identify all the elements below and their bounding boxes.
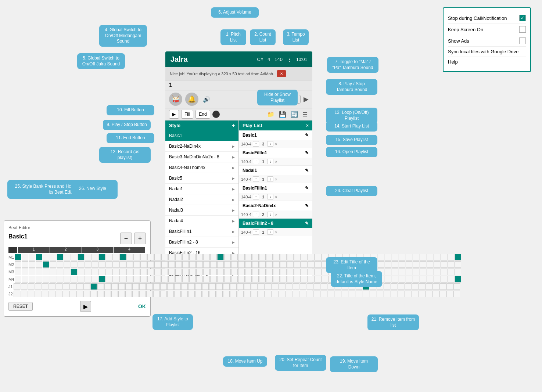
beat-cell[interactable]: [335, 291, 341, 297]
beat-cell[interactable]: [413, 269, 419, 275]
beat-cell[interactable]: [294, 269, 301, 275]
beat-cell[interactable]: [15, 261, 21, 268]
beat-cell[interactable]: [153, 283, 160, 290]
beat-cell[interactable]: [273, 261, 280, 268]
beat-cell[interactable]: [244, 291, 251, 297]
beat-cell[interactable]: [118, 291, 125, 297]
beat-cell[interactable]: [441, 276, 447, 283]
beat-plus-button[interactable]: +: [134, 233, 146, 244]
playlist-item-6-edit[interactable]: ✎: [305, 221, 309, 226]
option-screen-on[interactable]: Keep Screen On: [448, 24, 526, 35]
beat-cell[interactable]: [69, 283, 76, 290]
playlist-item-5-up[interactable]: ↑: [253, 212, 259, 217]
beat-cell[interactable]: [112, 276, 119, 283]
beat-cell[interactable]: [280, 254, 287, 260]
beat-cell[interactable]: [64, 276, 70, 283]
beat-cell[interactable]: [434, 254, 440, 260]
beat-cell[interactable]: [28, 283, 34, 290]
beat-cell[interactable]: [71, 261, 77, 268]
beat-cell[interactable]: [328, 291, 334, 297]
beat-cell[interactable]: [69, 291, 76, 297]
beat-cell[interactable]: [91, 269, 98, 275]
beat-cell[interactable]: [427, 261, 433, 268]
beat-cell[interactable]: [98, 269, 105, 275]
beat-cell[interactable]: [420, 254, 426, 260]
beat-cell[interactable]: [43, 261, 49, 268]
beat-cell[interactable]: [426, 291, 432, 297]
beat-cell[interactable]: [378, 261, 384, 268]
beat-cell[interactable]: [78, 254, 84, 260]
beat-cell[interactable]: [98, 261, 105, 268]
beat-cell[interactable]: [22, 261, 28, 268]
beat-ok-button[interactable]: OK: [138, 303, 146, 309]
playlist-item-2-remove[interactable]: ×: [275, 159, 277, 164]
beat-cell[interactable]: [209, 291, 216, 297]
beat-cell[interactable]: [133, 269, 140, 275]
playlist-item-5-remove[interactable]: ×: [275, 212, 277, 217]
beat-cell[interactable]: [126, 276, 133, 283]
beat-cell[interactable]: [119, 261, 126, 268]
beat-cell[interactable]: [419, 283, 425, 290]
beat-cell[interactable]: [36, 276, 42, 283]
beat-cell[interactable]: [392, 254, 398, 260]
beat-cell[interactable]: [321, 283, 327, 290]
beat-cell[interactable]: [245, 254, 252, 260]
beat-cell[interactable]: [223, 283, 230, 290]
beat-cell[interactable]: [420, 276, 426, 283]
style-item-fillin2-8[interactable]: BasicFillIn2 - 8 ▶: [165, 237, 238, 248]
beat-cell[interactable]: [29, 254, 35, 260]
beat-cell[interactable]: [265, 283, 272, 290]
beat-cell[interactable]: [71, 269, 77, 275]
beat-cell[interactable]: [161, 254, 168, 260]
beat-cell[interactable]: [301, 276, 308, 283]
beat-cell[interactable]: [244, 283, 251, 290]
beat-cell[interactable]: [441, 269, 447, 275]
beat-cell[interactable]: [301, 261, 308, 268]
beat-cell[interactable]: [147, 261, 154, 268]
playlist-item-6-remove[interactable]: ×: [275, 230, 277, 234]
beat-cell[interactable]: [189, 254, 196, 260]
beat-cell[interactable]: [140, 276, 147, 283]
beat-cell[interactable]: [97, 291, 104, 297]
beat-cell[interactable]: [293, 291, 299, 297]
beat-cell[interactable]: [266, 254, 273, 260]
options-menu-icon[interactable]: ⋮: [287, 57, 292, 62]
beat-cell[interactable]: [91, 261, 98, 268]
beat-cell[interactable]: [57, 254, 63, 260]
beat-cell[interactable]: [385, 276, 391, 283]
beat-cell[interactable]: [385, 269, 391, 275]
playlist-item-6-down[interactable]: ↓: [267, 229, 273, 235]
option-show-ads-checkbox[interactable]: [519, 37, 526, 44]
beat-cell[interactable]: [251, 291, 258, 297]
beat-cell[interactable]: [50, 269, 56, 275]
beat-cell[interactable]: [167, 283, 174, 290]
beat-cell[interactable]: [189, 276, 196, 283]
beat-cell[interactable]: [105, 261, 112, 268]
beat-cell[interactable]: [160, 291, 167, 297]
beat-cell[interactable]: [126, 261, 133, 268]
beat-cell[interactable]: [90, 283, 97, 290]
beat-cell[interactable]: [406, 276, 412, 283]
playlist-item-3-remove[interactable]: ×: [275, 177, 277, 181]
beat-cell[interactable]: [125, 291, 132, 297]
beat-cell[interactable]: [307, 283, 313, 290]
beat-cell[interactable]: [133, 254, 140, 260]
style-item-nadai1[interactable]: Nadai1 ▶: [165, 184, 238, 194]
style-item-nadai2[interactable]: Nadai2 ▶: [165, 194, 238, 205]
beat-cell[interactable]: [252, 254, 259, 260]
beat-cell[interactable]: [22, 254, 28, 260]
beat-cell[interactable]: [85, 254, 91, 260]
beat-cell[interactable]: [78, 276, 84, 283]
beat-cell[interactable]: [391, 283, 397, 290]
beat-cell[interactable]: [202, 283, 209, 290]
beat-cell[interactable]: [36, 254, 42, 260]
beat-cell[interactable]: [203, 269, 210, 275]
beat-cell[interactable]: [91, 276, 98, 283]
beat-reset-button[interactable]: RESET: [8, 302, 33, 311]
playlist-item-3-edit[interactable]: ✎: [305, 168, 309, 173]
beat-cell[interactable]: [231, 254, 238, 260]
beat-cell[interactable]: [85, 269, 91, 275]
beat-cell[interactable]: [392, 261, 398, 268]
mridangam-icon[interactable]: 🥁: [169, 93, 182, 106]
beat-cell[interactable]: [259, 276, 266, 283]
